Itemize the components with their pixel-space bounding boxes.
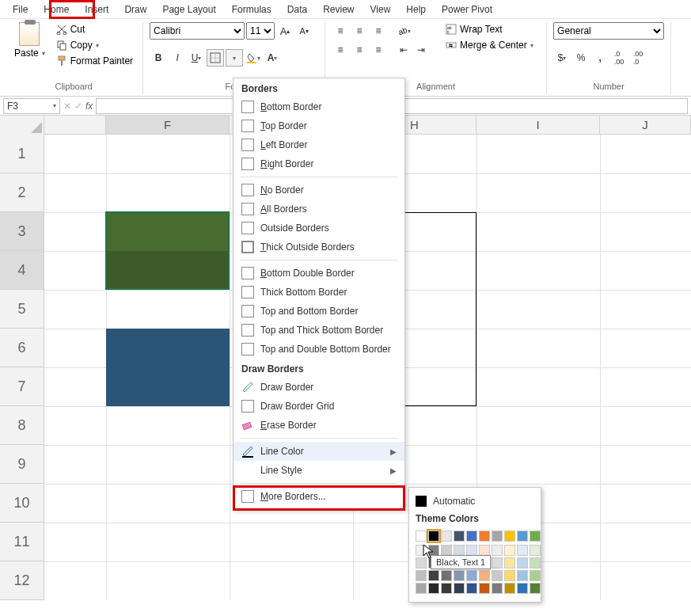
color-swatch[interactable]	[517, 583, 528, 594]
menu-item-top-and-double-bottom-border[interactable]: Top and Double Bottom Border	[233, 340, 404, 359]
increase-font-button[interactable]: A▴	[276, 22, 294, 40]
color-swatch[interactable]	[416, 530, 427, 542]
wrap-text-button[interactable]: abc Wrap Text	[442, 22, 537, 36]
color-swatch[interactable]	[504, 545, 515, 556]
color-swatch[interactable]	[454, 570, 465, 581]
col-header-i[interactable]: I	[476, 116, 600, 134]
menu-item-automatic-color[interactable]: Automatic	[414, 492, 536, 510]
menu-item-all-borders[interactable]: All Borders	[233, 200, 404, 219]
color-swatch[interactable]	[428, 583, 439, 594]
color-swatch[interactable]	[466, 570, 477, 581]
tab-view[interactable]: View	[363, 1, 399, 18]
color-swatch[interactable]	[530, 583, 541, 594]
row-header[interactable]: 6	[0, 329, 44, 367]
tab-file[interactable]: File	[5, 1, 36, 18]
paste-button[interactable]: Paste ▾	[11, 46, 48, 60]
color-swatch[interactable]	[454, 530, 465, 542]
color-swatch[interactable]	[454, 583, 465, 594]
color-swatch[interactable]	[492, 530, 503, 542]
number-format-select[interactable]: General	[553, 22, 664, 40]
color-swatch[interactable]	[492, 545, 503, 556]
color-swatch[interactable]	[517, 570, 528, 581]
color-swatch[interactable]	[492, 583, 503, 594]
col-header-f[interactable]: F	[106, 116, 230, 134]
col-header-e[interactable]	[44, 116, 106, 134]
align-middle-button[interactable]: ≡	[351, 22, 368, 40]
color-swatch[interactable]	[441, 583, 452, 594]
row-header[interactable]: 2	[0, 173, 44, 212]
color-swatch[interactable]	[530, 530, 541, 542]
row-header[interactable]: 7	[0, 367, 44, 406]
row-header[interactable]: 4	[0, 251, 44, 290]
color-swatch[interactable]	[479, 530, 490, 542]
menu-item-erase-border[interactable]: Erase Border	[233, 416, 404, 435]
fill-color-button[interactable]: ▾	[245, 49, 262, 67]
comma-format-button[interactable]: ,	[591, 49, 609, 67]
decrease-font-button[interactable]: A▾	[295, 22, 313, 40]
menu-item-draw-border[interactable]: Draw Border	[233, 378, 404, 397]
color-swatch[interactable]	[492, 557, 503, 568]
menu-item-thick-outside-borders[interactable]: Thick Outside Borders	[233, 238, 404, 257]
align-bottom-button[interactable]: ≡	[370, 22, 387, 40]
menu-item-top-border[interactable]: Top Border	[233, 116, 404, 135]
font-color-button[interactable]: A▾	[264, 49, 281, 67]
row-header[interactable]: 8	[0, 406, 44, 445]
color-swatch[interactable]	[454, 545, 465, 556]
fx-icon[interactable]: fx	[85, 101, 93, 112]
cancel-formula-icon[interactable]: ✕	[63, 101, 71, 112]
cut-button[interactable]: Cut	[53, 22, 136, 36]
color-swatch[interactable]	[416, 570, 427, 581]
menu-item-outside-borders[interactable]: Outside Borders	[233, 219, 404, 238]
font-size-select[interactable]: 11	[246, 22, 275, 40]
color-swatch[interactable]	[530, 545, 541, 556]
color-swatch[interactable]	[517, 530, 528, 542]
format-painter-button[interactable]: Format Painter	[53, 54, 136, 68]
increase-decimal-button[interactable]: .0.00	[610, 49, 628, 67]
row-header[interactable]: 12	[0, 561, 44, 600]
color-swatch[interactable]	[504, 570, 515, 581]
menu-item-bottom-double-border[interactable]: Bottom Double Border	[233, 264, 404, 283]
copy-button[interactable]: Copy ▾	[53, 38, 136, 52]
bold-button[interactable]: B	[150, 49, 167, 67]
font-name-select[interactable]: Calibri	[150, 22, 245, 40]
row-header[interactable]: 11	[0, 523, 44, 561]
color-swatch[interactable]	[466, 530, 477, 542]
color-swatch[interactable]	[504, 530, 515, 542]
menu-item-right-border[interactable]: Right Border	[233, 154, 404, 173]
color-swatch[interactable]	[479, 545, 490, 556]
tab-help[interactable]: Help	[398, 1, 434, 18]
menu-item-no-border[interactable]: No Border	[233, 181, 404, 200]
color-swatch[interactable]	[492, 570, 503, 581]
col-header-j[interactable]: J	[600, 116, 691, 134]
tab-power-pivot[interactable]: Power Pivot	[434, 1, 500, 18]
color-swatch[interactable]	[479, 583, 490, 594]
tab-draw[interactable]: Draw	[116, 1, 154, 18]
color-swatch[interactable]	[441, 545, 452, 556]
align-right-button[interactable]: ≡	[370, 41, 387, 59]
menu-item-line-color[interactable]: Line Color▶	[233, 442, 404, 461]
row-header[interactable]: 1	[0, 135, 44, 173]
align-left-button[interactable]: ≡	[332, 41, 349, 59]
color-swatch[interactable]	[441, 570, 452, 581]
color-swatch[interactable]	[416, 583, 427, 594]
align-top-button[interactable]: ≡	[332, 22, 349, 40]
tab-formulas[interactable]: Formulas	[224, 1, 279, 18]
percent-format-button[interactable]: %	[572, 49, 590, 67]
orientation-button[interactable]: ab▾	[395, 22, 412, 40]
color-swatch[interactable]	[517, 545, 528, 556]
borders-dropdown[interactable]: ▾	[226, 49, 243, 67]
menu-item-line-style[interactable]: Line Style▶	[233, 461, 404, 480]
row-header[interactable]: 3	[0, 212, 44, 251]
align-center-button[interactable]: ≡	[351, 41, 368, 59]
row-header[interactable]: 9	[0, 445, 44, 484]
color-swatch[interactable]	[466, 583, 477, 594]
accounting-format-button[interactable]: $▾	[553, 49, 571, 67]
underline-button[interactable]: U▾	[188, 49, 205, 67]
accept-formula-icon[interactable]: ✓	[74, 101, 82, 112]
increase-indent-button[interactable]: ⇥	[412, 41, 430, 59]
menu-item-draw-border-grid[interactable]: Draw Border Grid	[233, 397, 404, 416]
color-swatch[interactable]	[517, 557, 528, 568]
color-swatch[interactable]	[466, 545, 477, 556]
borders-button[interactable]	[207, 49, 224, 67]
tab-data[interactable]: Data	[279, 1, 315, 18]
